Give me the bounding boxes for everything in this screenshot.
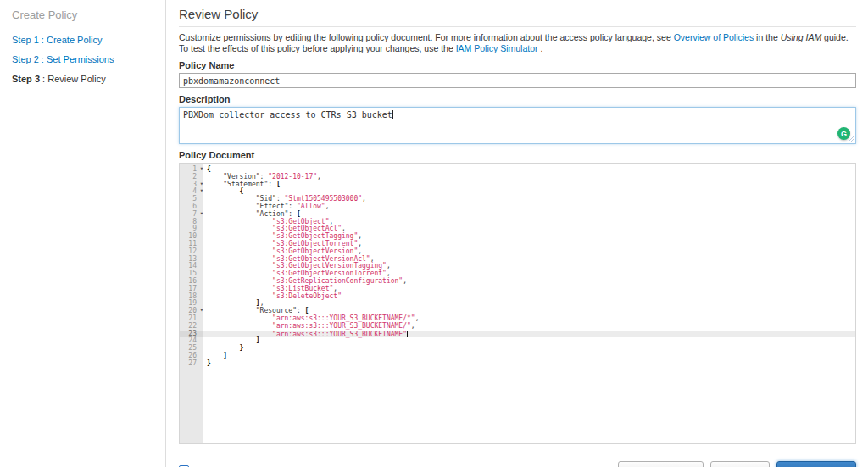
policy-name-label: Policy Name: [179, 60, 856, 70]
fold-arrow-icon[interactable]: ▾: [200, 187, 203, 195]
policy-document-label: Policy Document: [179, 150, 856, 160]
line-number: 5: [180, 196, 203, 203]
fold-arrow-icon[interactable]: ▾: [200, 181, 203, 188]
overview-of-policies-link[interactable]: Overview of Policies: [674, 32, 754, 42]
code-line[interactable]: 3▾ "Statement": [: [180, 181, 855, 189]
code-line[interactable]: 18 "s3:DeleteObject": [180, 293, 855, 301]
step-label: Set Permissions: [47, 54, 114, 64]
footer-bar: Use autoformatting for policy editing Ca…: [179, 461, 856, 467]
step-label: Review Policy: [47, 74, 105, 84]
fold-arrow-icon[interactable]: ▾: [200, 307, 203, 314]
line-number: 27: [180, 360, 203, 368]
action-buttons: Cancel Validate Policy Previous Create P…: [577, 461, 856, 467]
sidebar-item-step-1[interactable]: Step 1 : Create Policy: [12, 35, 159, 45]
intro-paragraph: Customize permissions by editing the fol…: [179, 32, 856, 54]
step-prefix: Step 1: [12, 35, 39, 45]
sidebar-item-step-2[interactable]: Step 2 : Set Permissions: [12, 54, 159, 64]
code-line[interactable]: 24 ]: [180, 337, 855, 345]
code-line[interactable]: 27}: [180, 360, 855, 368]
fold-arrow-icon[interactable]: ▾: [200, 210, 203, 218]
policy-name-field[interactable]: [179, 73, 856, 88]
validate-policy-button[interactable]: Validate Policy: [618, 461, 704, 467]
code-line[interactable]: 26 ]: [180, 353, 855, 360]
create-policy-button[interactable]: Create Policy: [776, 461, 856, 467]
resize-handle-icon[interactable]: [848, 136, 854, 142]
footer-divider: [179, 453, 856, 453]
step-prefix: Step 2: [12, 54, 39, 64]
fold-arrow-icon[interactable]: ▾: [200, 165, 203, 173]
line-number: 4▾: [180, 188, 203, 196]
main-panel: Review Policy Customize permissions by e…: [167, 0, 868, 467]
previous-button[interactable]: Previous: [710, 461, 770, 467]
description-field[interactable]: PBXDom collector access to CTRs S3 bucke…: [179, 107, 856, 144]
editor-lines: 1▾{2 "Version": "2012-10-17",3▾ "Stateme…: [180, 164, 855, 368]
code-line[interactable]: 22 "arn:aws:s3:::YOUR_S3_BUCKETNAME/",: [180, 323, 855, 331]
title-divider: [179, 26, 856, 27]
line-number: 1▾: [180, 166, 203, 174]
step-prefix: Step 3: [12, 74, 40, 84]
sidebar-item-step-3: Step 3 : Review Policy: [12, 74, 159, 84]
text-caret: [392, 110, 393, 119]
editor-caret: [407, 331, 408, 337]
iam-policy-simulator-link[interactable]: IAM Policy Simulator: [456, 43, 538, 53]
page-title: Review Policy: [179, 7, 856, 21]
step-label: Create Policy: [47, 35, 102, 45]
policy-document-editor[interactable]: 1▾{2 "Version": "2012-10-17",3▾ "Stateme…: [179, 163, 856, 444]
line-number: 8: [180, 219, 203, 226]
steps-sidebar: Create Policy Step 1 : Create Policy Ste…: [0, 0, 166, 467]
description-value: PBXDom collector access to CTRs S3 bucke…: [183, 110, 392, 120]
description-label: Description: [179, 94, 856, 104]
line-number: 7▾: [180, 211, 203, 219]
code-line[interactable]: 2 "Version": "2012-10-17",: [180, 174, 855, 181]
code-line[interactable]: 25 }: [180, 345, 855, 353]
code-line[interactable]: 23 "arn:aws:s3:::YOUR_S3_BUCKETNAME": [180, 331, 855, 338]
sidebar-title: Create Policy: [12, 8, 159, 21]
